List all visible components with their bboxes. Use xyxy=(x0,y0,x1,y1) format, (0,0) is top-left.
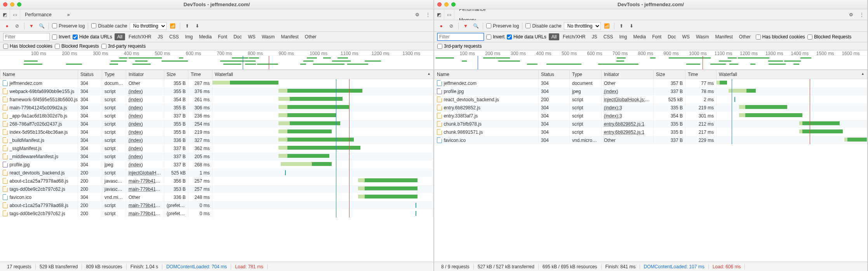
request-row[interactable]: tags-dd0be9c2cb797c62.js200scriptmain-77… xyxy=(0,209,433,217)
request-row[interactable]: main-779b41245c009d2a.js304script(index)… xyxy=(0,104,433,112)
request-initiator[interactable]: (index) xyxy=(126,112,164,120)
column-name[interactable]: Name xyxy=(435,70,539,79)
request-initiator[interactable]: (index) xyxy=(126,87,164,95)
column-size[interactable]: Size xyxy=(164,70,188,79)
hide-data-urls-checkbox[interactable]: Hide data URLs xyxy=(507,34,546,40)
preserve-log-checkbox[interactable]: Preserve log xyxy=(486,23,519,29)
type-filter-css[interactable]: CSS xyxy=(167,33,182,40)
settings-icon[interactable]: ⚙ xyxy=(412,12,423,17)
column-waterfall[interactable]: Waterfall xyxy=(717,70,867,79)
request-row[interactable]: tags-dd0be9c2cb797c62.js200javascriptmai… xyxy=(0,185,433,193)
type-filter-doc[interactable]: Doc xyxy=(665,33,678,40)
zoom-icon[interactable] xyxy=(451,2,456,7)
type-filter-manifest[interactable]: Manifest xyxy=(278,33,301,40)
network-conditions-icon[interactable]: 📶 xyxy=(169,22,177,30)
type-filter-wasm[interactable]: Wasm xyxy=(693,33,712,40)
request-row[interactable]: favicon.ico304vnd.micro…Other336 B248 ms xyxy=(0,193,433,201)
column-initiator[interactable]: Initiator xyxy=(126,70,164,79)
request-row[interactable]: _middlewareManifest.js304script(index)33… xyxy=(0,152,433,161)
request-initiator[interactable]: entry.6b829852.js:1 xyxy=(602,128,654,136)
request-initiator[interactable]: (index):3 xyxy=(602,104,654,112)
type-filter-doc[interactable]: Doc xyxy=(231,33,244,40)
disable-cache-checkbox[interactable]: Disable cache xyxy=(91,23,127,29)
request-initiator[interactable]: injectGlobalHook.js:… xyxy=(126,169,164,177)
blocked-cookies-checkbox[interactable]: Has blocked cookies xyxy=(756,34,805,40)
export-icon[interactable]: ⬇ xyxy=(628,22,635,30)
blocked-requests-checkbox[interactable]: Blocked Requests xyxy=(55,43,99,49)
close-icon[interactable] xyxy=(437,2,442,7)
clear-icon[interactable]: ⊘ xyxy=(13,22,21,30)
type-filter-js[interactable]: JS xyxy=(589,33,600,40)
request-row[interactable]: about-c1ca25a77978ad68.js200scriptmain-7… xyxy=(0,201,433,209)
requests-table[interactable]: NameStatusTypeInitiatorSizeTimeWaterfall… xyxy=(0,70,433,262)
request-initiator[interactable]: (index) xyxy=(126,136,164,144)
more-icon[interactable]: ⋮ xyxy=(423,12,433,17)
request-initiator[interactable]: (index) xyxy=(126,144,164,152)
type-filter-img[interactable]: Img xyxy=(616,33,630,40)
timeline-overview[interactable]: 100 ms200 ms300 ms400 ms500 ms600 ms700 … xyxy=(0,50,433,70)
request-row[interactable]: 268-786aff7c026d2437.js304script(index)3… xyxy=(0,120,433,128)
request-initiator[interactable]: (index) xyxy=(126,152,164,161)
column-initiator[interactable]: Initiator xyxy=(602,70,654,79)
export-icon[interactable]: ⬇ xyxy=(193,22,201,30)
request-row[interactable]: _ssgManifest.js304script(index)337 B362 … xyxy=(0,144,433,152)
minimize-icon[interactable] xyxy=(444,2,449,7)
device-toggle-icon[interactable]: ▭ xyxy=(10,10,20,20)
column-name[interactable]: Name xyxy=(0,70,78,79)
disable-cache-checkbox[interactable]: Disable cache xyxy=(525,23,561,29)
type-filter-media[interactable]: Media xyxy=(196,33,214,40)
request-initiator[interactable]: (index) xyxy=(126,161,164,169)
request-row[interactable]: _app-9a1ac6d18b302d7b.js304script(index)… xyxy=(0,112,433,120)
request-row[interactable]: webpack-69bfa6990bb9e155.js304script(ind… xyxy=(0,87,433,95)
request-initiator[interactable]: main-779b41245c00… xyxy=(126,185,164,193)
request-row[interactable]: react_devtools_backend.js200scriptinject… xyxy=(435,95,867,104)
request-row[interactable]: chunk.98691571.js304scriptentry.6b829852… xyxy=(435,128,867,136)
record-icon[interactable]: ● xyxy=(3,22,11,30)
close-icon[interactable] xyxy=(3,2,7,7)
request-row[interactable]: entry.6b829852.js304script(index):3335 B… xyxy=(435,104,867,112)
request-initiator[interactable]: (index) xyxy=(126,95,164,104)
throttling-select[interactable]: No throttling xyxy=(130,22,167,30)
hide-data-urls-checkbox[interactable]: Hide data URLs xyxy=(73,34,112,40)
type-filter-other[interactable]: Other xyxy=(736,33,753,40)
type-filter-manifest[interactable]: Manifest xyxy=(712,33,735,40)
request-row[interactable]: jeffmendez.com304documentOther357 B77 ms xyxy=(435,79,867,88)
type-filter-css[interactable]: CSS xyxy=(601,33,616,40)
filter-icon[interactable]: ▼ xyxy=(462,22,470,30)
request-initiator[interactable]: main-779b41245c00… xyxy=(126,177,164,185)
type-filter-fetchxhr[interactable]: Fetch/XHR xyxy=(126,33,154,40)
record-icon[interactable]: ● xyxy=(437,22,445,30)
type-filter-ws[interactable]: WS xyxy=(245,33,258,40)
invert-checkbox[interactable]: Invert xyxy=(52,34,70,40)
filter-input[interactable] xyxy=(437,33,484,41)
request-initiator[interactable]: (index):3 xyxy=(602,112,654,120)
column-size[interactable]: Size xyxy=(654,70,685,79)
request-initiator[interactable]: (index) xyxy=(126,104,164,112)
inspect-icon[interactable]: ◩ xyxy=(434,10,444,20)
type-filter-font[interactable]: Font xyxy=(215,33,230,40)
request-initiator[interactable]: main-779b41245c00… xyxy=(126,201,164,209)
import-icon[interactable]: ⬆ xyxy=(183,22,191,30)
column-type[interactable]: Type xyxy=(102,70,126,79)
search-icon[interactable]: 🔍 xyxy=(38,22,45,30)
column-time[interactable]: Time xyxy=(685,70,717,79)
overflow-tabs[interactable]: » xyxy=(63,9,75,20)
invert-checkbox[interactable]: Invert xyxy=(486,34,504,40)
request-initiator[interactable]: (index) xyxy=(602,87,654,95)
third-party-checkbox[interactable]: 3rd-party requests xyxy=(101,43,146,49)
request-initiator[interactable]: (index) xyxy=(126,120,164,128)
request-row[interactable]: jeffmendez.com304documentOther355 B287 m… xyxy=(0,79,433,88)
more-icon[interactable]: ⋮ xyxy=(856,12,867,17)
type-filter-media[interactable]: Media xyxy=(630,33,649,40)
network-conditions-icon[interactable]: 📶 xyxy=(603,22,611,30)
filter-icon[interactable]: ▼ xyxy=(28,22,35,30)
import-icon[interactable]: ⬆ xyxy=(618,22,625,30)
type-filter-fetchxhr[interactable]: Fetch/XHR xyxy=(560,33,588,40)
column-status[interactable]: Status xyxy=(539,70,570,79)
request-row[interactable]: entry.338f3af7.js304script(index):3354 B… xyxy=(435,112,867,120)
request-initiator[interactable]: (index) xyxy=(126,128,164,136)
type-filter-ws[interactable]: WS xyxy=(680,33,692,40)
type-filter-all[interactable]: All xyxy=(115,33,125,40)
third-party-checkbox[interactable]: 3rd-party requests xyxy=(437,43,482,49)
minimize-icon[interactable] xyxy=(10,2,14,7)
